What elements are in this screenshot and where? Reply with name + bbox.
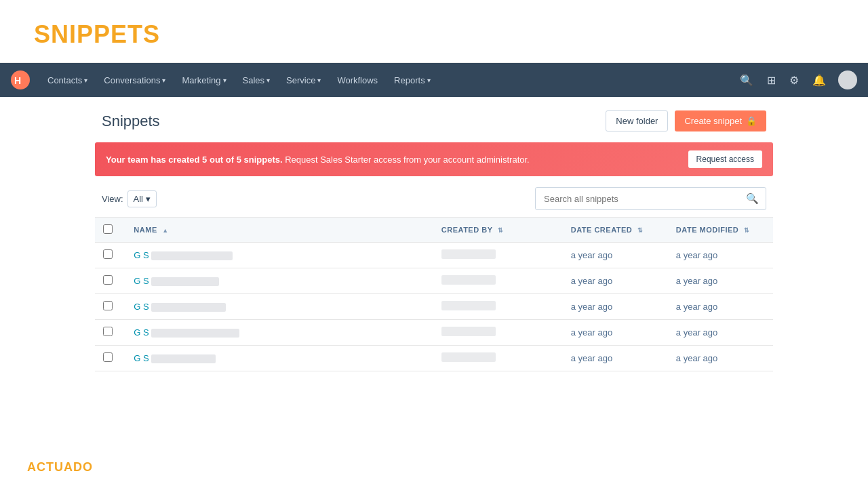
created-by-cell — [433, 346, 563, 371]
row-checkbox-cell — [95, 243, 125, 268]
row-checkbox[interactable] — [103, 327, 113, 336]
sort-icon: ⇅ — [637, 227, 644, 234]
avatar[interactable] — [838, 70, 857, 89]
nav-marketing[interactable]: Marketing ▾ — [175, 71, 233, 89]
redacted-name-block — [151, 277, 219, 286]
col-created-by[interactable]: CREATED BY ⇅ — [433, 218, 563, 243]
created-by-cell — [433, 320, 563, 346]
redacted-author-block — [441, 275, 496, 285]
snippets-page-title: Snippets — [102, 113, 160, 130]
lock-icon: 🔒 — [746, 116, 757, 126]
sort-icon: ▲ — [162, 227, 168, 234]
table-header: NAME ▲ CREATED BY ⇅ DATE CREATED ⇅ DATE … — [95, 218, 773, 243]
nav-service[interactable]: Service ▾ — [279, 71, 328, 89]
select-all-checkbox[interactable] — [103, 224, 113, 234]
name-cell: G S — [125, 243, 433, 268]
search-icon[interactable]: 🔍 — [736, 70, 757, 91]
created-by-cell — [433, 268, 563, 294]
table-row: G S a year ago a year ago — [95, 294, 773, 320]
svg-text:H: H — [14, 75, 21, 86]
sort-icon: ⇅ — [744, 227, 750, 234]
col-name[interactable]: NAME ▲ — [125, 218, 433, 243]
notifications-icon[interactable]: 🔔 — [808, 70, 830, 91]
created-by-cell — [433, 294, 563, 320]
filter-bar: View: All ▾ 🔍 — [95, 187, 773, 210]
view-value: All — [134, 194, 143, 204]
apps-icon[interactable]: ⊞ — [763, 70, 780, 91]
nav-contacts[interactable]: Contacts ▾ — [41, 71, 94, 89]
row-checkbox[interactable] — [103, 249, 113, 259]
table-row: G S a year ago a year ago — [95, 320, 773, 346]
main-content: Snippets New folder Create snippet 🔒 You… — [95, 97, 773, 385]
name-cell: G S — [125, 346, 433, 371]
col-date-modified[interactable]: DATE MODIFIED ⇅ — [668, 218, 773, 243]
redacted-name-block — [151, 251, 233, 260]
request-access-button[interactable]: Request access — [688, 150, 762, 168]
date-created-cell: a year ago — [563, 346, 668, 371]
date-modified-cell: a year ago — [668, 320, 773, 346]
date-modified-cell: a year ago — [668, 294, 773, 320]
alert-text: Your team has created 5 out of 5 snippet… — [106, 155, 682, 165]
search-input[interactable] — [536, 189, 739, 209]
row-checkbox[interactable] — [103, 352, 113, 362]
toolbar-buttons: New folder Create snippet 🔒 — [606, 110, 766, 131]
row-checkbox-cell — [95, 346, 125, 371]
search-icon: 🔍 — [746, 192, 759, 204]
new-folder-button[interactable]: New folder — [606, 110, 668, 131]
snippet-name-link[interactable]: G S — [134, 302, 226, 312]
date-created-cell: a year ago — [563, 294, 668, 320]
footer-brand: ACTUADO — [27, 460, 93, 474]
row-checkbox[interactable] — [103, 275, 113, 285]
table-row: G S a year ago a year ago — [95, 243, 773, 268]
navbar: H Contacts ▾ Conversations ▾ Marketing ▾… — [0, 63, 868, 97]
col-checkbox — [95, 218, 125, 243]
search-box: 🔍 — [535, 187, 766, 210]
snippets-toolbar: Snippets New folder Create snippet 🔒 — [95, 110, 773, 131]
alert-strong-text: Your team has created 5 out of 5 snippet… — [106, 155, 283, 165]
page-header: SNIPPETS — [0, 0, 868, 63]
name-cell: G S — [125, 294, 433, 320]
nav-reports[interactable]: Reports ▾ — [387, 71, 437, 89]
hubspot-logo-icon[interactable]: H — [11, 70, 30, 89]
snippet-name-link[interactable]: G S — [134, 353, 216, 363]
row-checkbox[interactable] — [103, 301, 113, 310]
redacted-name-block — [151, 354, 216, 363]
redacted-author-block — [441, 301, 496, 310]
row-checkbox-cell — [95, 294, 125, 320]
snippet-name-link[interactable]: G S — [134, 276, 219, 286]
date-modified-cell: a year ago — [668, 346, 773, 371]
nav-items: Contacts ▾ Conversations ▾ Marketing ▾ S… — [41, 71, 736, 89]
search-submit-button[interactable]: 🔍 — [739, 188, 766, 209]
chevron-down-icon: ▾ — [317, 77, 321, 84]
page-title: SNIPPETS — [34, 20, 834, 49]
table-row: G S a year ago a year ago — [95, 346, 773, 371]
date-modified-cell: a year ago — [668, 243, 773, 268]
alert-banner: Your team has created 5 out of 5 snippet… — [95, 142, 773, 176]
view-dropdown[interactable]: All ▾ — [127, 190, 157, 207]
view-selector: View: All ▾ — [102, 190, 157, 207]
date-created-cell: a year ago — [563, 243, 668, 268]
redacted-author-block — [441, 327, 496, 336]
chevron-down-icon: ▾ — [427, 77, 431, 84]
date-created-cell: a year ago — [563, 268, 668, 294]
redacted-author-block — [441, 249, 496, 259]
snippet-name-link[interactable]: G S — [134, 250, 233, 260]
redacted-author-block — [441, 352, 496, 362]
nav-icons: 🔍 ⊞ ⚙ 🔔 — [736, 70, 857, 91]
date-modified-cell: a year ago — [668, 268, 773, 294]
chevron-down-icon: ▾ — [84, 77, 87, 84]
nav-conversations[interactable]: Conversations ▾ — [97, 71, 172, 89]
snippet-name-link[interactable]: G S — [134, 327, 239, 338]
settings-icon[interactable]: ⚙ — [785, 70, 803, 91]
table-row: G S a year ago a year ago — [95, 268, 773, 294]
nav-workflows[interactable]: Workflows — [330, 71, 384, 89]
view-label: View: — [102, 194, 123, 204]
chevron-down-icon: ▾ — [267, 77, 270, 84]
col-date-created[interactable]: DATE CREATED ⇅ — [563, 218, 668, 243]
chevron-down-icon: ▾ — [162, 77, 165, 84]
nav-sales[interactable]: Sales ▾ — [236, 71, 277, 89]
row-checkbox-cell — [95, 268, 125, 294]
chevron-down-icon: ▾ — [146, 194, 151, 204]
snippets-table: NAME ▲ CREATED BY ⇅ DATE CREATED ⇅ DATE … — [95, 217, 773, 371]
create-snippet-button[interactable]: Create snippet 🔒 — [675, 110, 766, 131]
